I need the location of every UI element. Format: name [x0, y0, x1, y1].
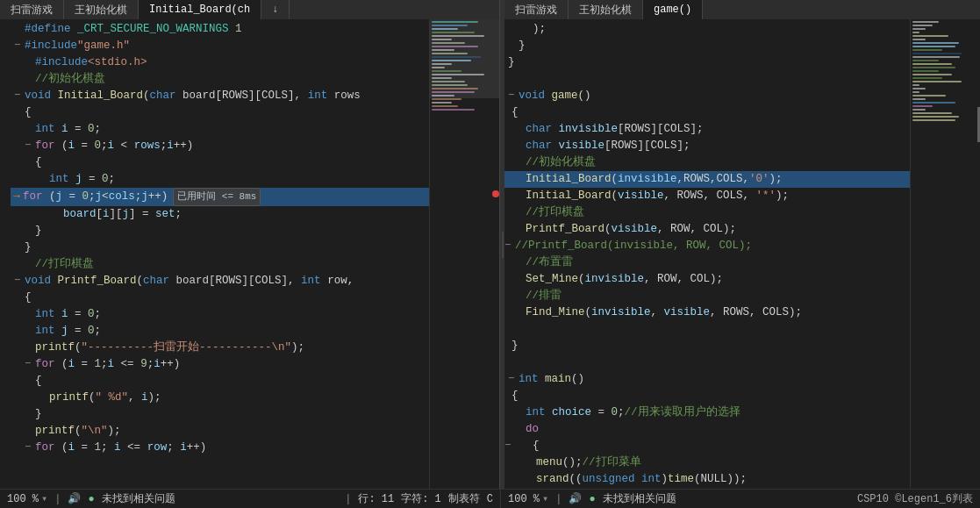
- function-name: game: [552, 88, 578, 104]
- tab-label: 王初始化棋: [579, 3, 632, 18]
- code-text: (i = 0;i < rows;i++): [55, 138, 194, 154]
- tab-label: 扫雷游戏: [11, 3, 53, 18]
- keyword: int: [35, 121, 55, 138]
- code-text: }: [508, 54, 515, 71]
- right-zoom-control[interactable]: 100 % ▾: [508, 492, 548, 505]
- tab-right-chushihua[interactable]: 王初始化棋: [569, 0, 643, 19]
- keyword: int: [519, 371, 539, 388]
- code-text: {: [35, 373, 42, 390]
- code-line: }: [11, 223, 429, 240]
- code-line: printf (" %d", i);: [11, 390, 429, 406]
- left-code-area[interactable]: #define _CRT_SECURE_NO_WARNINGS 1 − #inc…: [11, 19, 429, 489]
- code-text: board[i][j] = set;: [63, 206, 182, 223]
- tab-left-chushihua[interactable]: 王初始化棋: [64, 0, 139, 19]
- zoom-dropdown-icon-right[interactable]: ▾: [542, 492, 548, 505]
- code-text: {: [25, 104, 32, 121]
- right-editor[interactable]: 扫雷游戏 王初始化棋 game() ); }: [504, 0, 980, 489]
- keyword: int: [49, 171, 69, 188]
- fold-icon[interactable]: [14, 21, 25, 38]
- fold-icon[interactable]: −: [25, 138, 35, 154]
- left-editor[interactable]: 扫雷游戏 王初始化棋 Initial_Board(ch ↓: [0, 0, 500, 489]
- right-code-area[interactable]: ); } } − void game (): [504, 19, 910, 489]
- right-divider: |: [555, 493, 562, 505]
- keyword: do: [526, 421, 539, 438]
- comment: //初始化棋盘: [35, 71, 105, 88]
- fold-icon: [39, 171, 49, 188]
- code-line: srand ((unsigned int)time(NULL));: [504, 471, 910, 488]
- code-text: = 0;: [68, 306, 102, 323]
- editor-splitter[interactable]: [500, 0, 504, 489]
- fold-icon[interactable]: −: [25, 440, 35, 456]
- keyword: void: [519, 88, 545, 104]
- code-line: − for (i = 1; i <= row; i++): [11, 440, 429, 456]
- left-ok-icon: ●: [88, 493, 94, 505]
- fold-icon[interactable]: −: [504, 238, 515, 254]
- tab-left-initial[interactable]: Initial_Board(ch: [139, 0, 261, 19]
- function-name: main: [545, 371, 571, 388]
- tab-label: game(): [654, 4, 691, 16]
- left-col-info: 字符: 1: [401, 491, 441, 506]
- fold-icon: [14, 104, 25, 121]
- code-line: {: [11, 154, 429, 171]
- comment: //排雷: [526, 288, 562, 304]
- code-text: (char board[ROWS][COLS], int row,: [137, 273, 354, 290]
- zoom-dropdown-icon[interactable]: ▾: [41, 492, 47, 505]
- fold-icon[interactable]: −: [508, 371, 519, 388]
- variable: i: [55, 306, 68, 323]
- keyword: void: [25, 88, 51, 104]
- code-line: board[i][j] = set;: [11, 206, 429, 223]
- keyword: #define: [25, 21, 71, 38]
- code-text: ((unsigned int)time(NULL));: [569, 471, 748, 488]
- code-text: {: [511, 104, 519, 121]
- code-line: );: [504, 21, 910, 38]
- tab-arrow-icon: ↓: [272, 4, 278, 16]
- left-tab-bar: 扫雷游戏 王初始化棋 Initial_Board(ch ↓: [0, 0, 499, 19]
- left-zoom-control[interactable]: 100 % ▾: [7, 492, 47, 505]
- tab-right-saolei[interactable]: 扫雷游戏: [504, 0, 569, 19]
- code-line: − #include"game.h": [11, 38, 429, 54]
- code-line: //打印棋盘: [11, 256, 429, 273]
- right-ok-icon: ●: [589, 493, 595, 505]
- time-badge: 已用时间 <= 8ms: [173, 188, 261, 206]
- code-text: [ROWS][COLS];: [604, 138, 690, 154]
- tab-left-saolei[interactable]: 扫雷游戏: [0, 0, 64, 19]
- fold-icon[interactable]: −: [25, 356, 35, 373]
- minimap-viewport[interactable]: [430, 19, 499, 98]
- right-minimap[interactable]: [910, 19, 980, 489]
- variable: invisible: [552, 121, 618, 138]
- right-editor-content: ); } } − void game (): [504, 19, 980, 489]
- tab-label: Initial_Board(ch: [149, 4, 250, 16]
- code-text: }: [25, 240, 32, 256]
- code-line: − void Printf_Board (char board[ROWS][CO…: [11, 273, 429, 290]
- tab-label: 扫雷游戏: [515, 3, 557, 18]
- code-line: int choice = 0; //用来读取用户的选择: [504, 404, 910, 421]
- function-name: srand: [536, 471, 569, 488]
- fold-icon[interactable]: −: [504, 438, 515, 454]
- keyword: int: [35, 323, 55, 340]
- code-line: − for (i = 1;i <= 9;i++): [11, 356, 429, 373]
- code-line: //排雷: [504, 288, 910, 304]
- code-text: (char board[ROWS][COLS], int rows: [143, 88, 361, 104]
- string: "game.h": [77, 38, 130, 54]
- fold-icon[interactable]: −: [14, 273, 25, 290]
- fold-icon: [25, 323, 35, 340]
- function-name: Printf_Board: [58, 273, 137, 290]
- fold-icon[interactable]: −: [14, 88, 25, 104]
- tab-right-game[interactable]: game(): [643, 0, 703, 19]
- fold-icon: [25, 223, 35, 240]
- fold-icon[interactable]: −: [508, 88, 519, 104]
- code-line: Initial_Board (visible, ROWS, COLS, '*')…: [504, 188, 910, 204]
- code-line: {: [11, 373, 429, 390]
- left-minimap[interactable]: [429, 19, 499, 489]
- right-tab-bar: 扫雷游戏 王初始化棋 game(): [504, 0, 980, 19]
- zoom-level-right: 100 %: [508, 493, 540, 505]
- code-line: {: [504, 388, 910, 404]
- code-text: = 0;: [591, 404, 625, 421]
- code-text: {: [25, 290, 32, 306]
- code-line: Set_Mine (invisible, ROW, COL);: [504, 271, 910, 288]
- code-line: [504, 354, 910, 371]
- code-text: (i = 1; i <= row; i++): [55, 440, 207, 456]
- tab-left-arrow[interactable]: ↓: [261, 0, 290, 19]
- code-text: (): [571, 371, 584, 388]
- fold-icon: [39, 390, 49, 406]
